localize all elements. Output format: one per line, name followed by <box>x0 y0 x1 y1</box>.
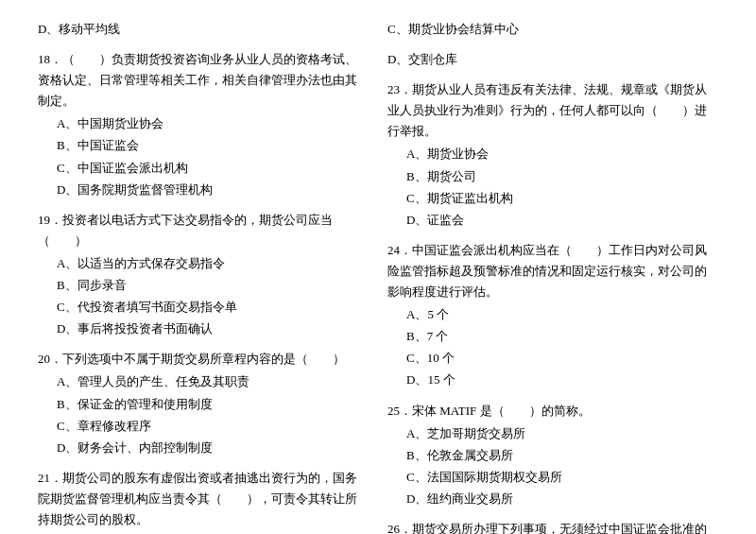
q23-option-d: D、证监会 <box>406 210 718 231</box>
q19-option-b: B、同步录音 <box>57 275 359 296</box>
q25-options: A、芝加哥期货交易所 B、伦敦金属交易所 C、法国国际期货期权交易所 D、纽约商… <box>387 423 718 509</box>
option-d-warehouse: D、交割仓库 <box>387 49 718 70</box>
q25-option-a: A、芝加哥期货交易所 <box>406 423 718 444</box>
q18-option-c: C、中国证监会派出机构 <box>57 158 359 179</box>
q23-option-c: C、期货证监出机构 <box>406 188 718 209</box>
q20-option-d: D、财务会计、内部控制制度 <box>57 438 359 458</box>
q25-option-d: D、纽约商业交易所 <box>406 489 718 509</box>
q18-option-d: D、国务院期货监督管理机构 <box>57 180 359 200</box>
q19-option-c: C、代投资者填写书面交易指令单 <box>57 297 359 318</box>
page-content: D、移动平均线 18．（ ）负责期货投资咨询业务从业人员的资格考试、资格认定、日… <box>38 19 718 534</box>
q20-option-a: A、管理人员的产生、任免及其职责 <box>57 371 359 392</box>
q19-option-d: D、事后将投投资者书面确认 <box>57 319 359 339</box>
q19-option-a: A、以适当的方式保存交易指令 <box>57 253 359 274</box>
q25-option-c: C、法国国际期货期权交易所 <box>406 467 718 488</box>
question-19: 19．投资者以电话方式下达交易指令的，期货公司应当（ ） A、以适当的方式保存交… <box>38 210 359 340</box>
q23-option-b: B、期货公司 <box>406 166 718 187</box>
q26-text: 26．期货交易所办理下列事项，无须经过中国证监会批准的是（ ） <box>387 519 718 534</box>
q21-text: 21．期货公司的股东有虚假出资或者抽逃出资行为的，国务院期货监督管理机构应当责令… <box>38 468 359 530</box>
q18-option-b: B、中国证监会 <box>57 135 359 156</box>
q20-options: A、管理人员的产生、任免及其职责 B、保证金的管理和使用制度 C、章程修改程序 … <box>38 371 359 457</box>
q24-option-b: B、7 个 <box>406 326 718 347</box>
q24-options: A、5 个 B、7 个 C、10 个 D、15 个 <box>387 304 718 390</box>
q20-text: 20．下列选项中不属于期货交易所章程内容的是（ ） <box>38 349 359 370</box>
option-d-warehouse-text: D、交割仓库 <box>387 49 718 70</box>
q23-option-a: A、期货业协会 <box>406 144 718 164</box>
q20-option-c: C、章程修改程序 <box>57 416 359 437</box>
two-column-layout: D、移动平均线 18．（ ）负责期货投资咨询业务从业人员的资格考试、资格认定、日… <box>38 19 718 534</box>
option-d-moving-avg-text: D、移动平均线 <box>38 19 359 40</box>
question-21: 21．期货公司的股东有虚假出资或者抽逃出资行为的，国务院期货监督管理机构应当责令… <box>38 468 359 534</box>
q18-options: A、中国期货业协会 B、中国证监会 C、中国证监会派出机构 D、国务院期货监督管… <box>38 113 359 199</box>
q24-option-c: C、10 个 <box>406 348 718 369</box>
q24-option-d: D、15 个 <box>406 370 718 390</box>
left-column: D、移动平均线 18．（ ）负责期货投资咨询业务从业人员的资格考试、资格认定、日… <box>38 19 378 534</box>
q24-option-a: A、5 个 <box>406 304 718 325</box>
question-20: 20．下列选项中不属于期货交易所章程内容的是（ ） A、管理人员的产生、任免及其… <box>38 349 359 457</box>
option-c-futures-assoc-text: C、期货业协会结算中心 <box>387 19 718 40</box>
question-25: 25．宋体 MATIF 是（ ）的简称。 A、芝加哥期货交易所 B、伦敦金属交易… <box>387 401 718 509</box>
option-d-moving-avg: D、移动平均线 <box>38 19 359 40</box>
question-18: 18．（ ）负责期货投资咨询业务从业人员的资格考试、资格认定、日常管理等相关工作… <box>38 49 359 200</box>
q24-text: 24．中国证监会派出机构应当在（ ）工作日内对公司风险监管指标超及预警标准的情况… <box>387 240 718 302</box>
q23-options: A、期货业协会 B、期货公司 C、期货证监出机构 D、证监会 <box>387 144 718 230</box>
q25-text: 25．宋体 MATIF 是（ ）的简称。 <box>387 401 718 422</box>
q19-options: A、以适当的方式保存交易指令 B、同步录音 C、代投资者填写书面交易指令单 D、… <box>38 253 359 339</box>
q18-option-a: A、中国期货业协会 <box>57 113 359 134</box>
q19-text: 19．投资者以电话方式下达交易指令的，期货公司应当（ ） <box>38 210 359 251</box>
right-column: C、期货业协会结算中心 D、交割仓库 23．期货从业人员有违反有关法律、法规、规… <box>378 19 718 534</box>
q20-option-b: B、保证金的管理和使用制度 <box>57 394 359 415</box>
q18-text: 18．（ ）负责期货投资咨询业务从业人员的资格考试、资格认定、日常管理等相关工作… <box>38 49 359 112</box>
question-24: 24．中国证监会派出机构应当在（ ）工作日内对公司风险监管指标超及预警标准的情况… <box>387 240 718 391</box>
option-c-futures-assoc: C、期货业协会结算中心 <box>387 19 718 40</box>
q25-option-b: B、伦敦金属交易所 <box>406 445 718 466</box>
question-26: 26．期货交易所办理下列事项，无须经过中国证监会批准的是（ ） A、制定或者修改… <box>387 519 718 534</box>
question-23: 23．期货从业人员有违反有关法律、法规、规章或《期货从业人员执业行为准则》行为的… <box>387 79 718 231</box>
q23-text: 23．期货从业人员有违反有关法律、法规、规章或《期货从业人员执业行为准则》行为的… <box>387 79 718 142</box>
